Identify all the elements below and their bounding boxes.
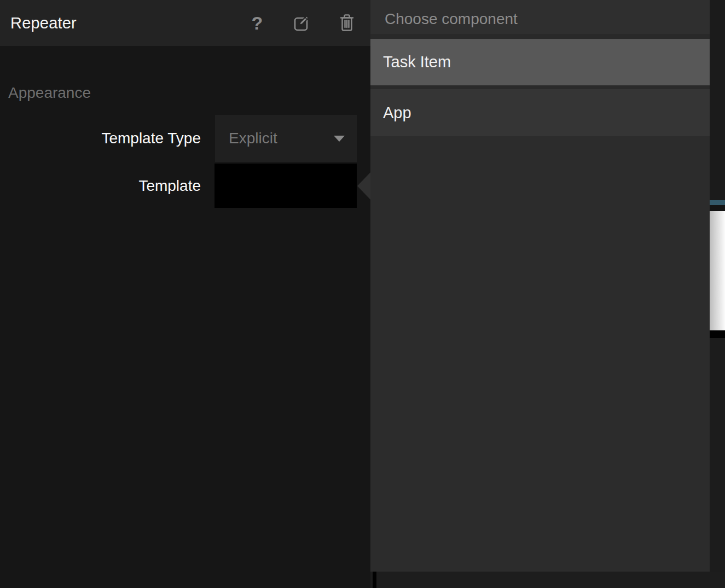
picker-option-app[interactable]: App	[370, 89, 710, 136]
vertical-divider-line	[373, 572, 376, 588]
template-type-label: Template Type	[0, 127, 201, 149]
template-type-value: Explicit	[229, 115, 277, 162]
picker-header: Choose component	[370, 0, 710, 34]
template-type-select[interactable]: Explicit	[215, 115, 357, 162]
picker-option-task-item[interactable]: Task Item	[370, 39, 710, 85]
divider	[370, 34, 710, 39]
properties-header: Repeater ?	[0, 0, 370, 46]
black-strip	[710, 330, 725, 338]
editor-bottom-strip	[370, 572, 725, 588]
page-canvas-edge	[710, 211, 725, 330]
component-picker-dropdown: Choose component Task Item App	[370, 0, 710, 572]
divider	[370, 85, 710, 89]
lower-background	[710, 338, 725, 572]
properties-panel: Repeater ? Appearance	[0, 0, 370, 588]
appearance-section-label: Appearance	[8, 84, 91, 102]
edit-icon[interactable]	[287, 0, 316, 46]
delete-icon[interactable]	[333, 0, 361, 46]
app-builder-screen: Repeater ? Appearance	[0, 0, 725, 588]
page-title: Repeater	[10, 0, 77, 46]
teal-accent-bar	[710, 200, 725, 205]
canvas-background-sliver	[710, 0, 725, 572]
dropdown-pointer-arrow	[357, 172, 370, 200]
template-preview-box[interactable]	[214, 164, 357, 208]
help-icon[interactable]: ?	[243, 0, 271, 46]
dark-strip	[710, 205, 725, 211]
template-label: Template	[0, 175, 201, 197]
chevron-down-icon	[334, 136, 345, 142]
